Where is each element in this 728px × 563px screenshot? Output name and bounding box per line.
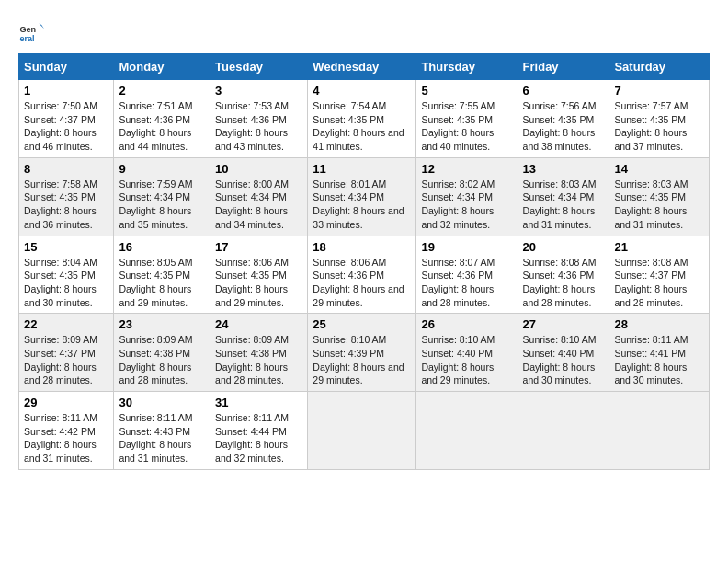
day-number: 7 [614,84,704,98]
cell-details: Sunrise: 8:06 AMSunset: 4:36 PMDaylight:… [313,257,404,308]
cell-details: Sunrise: 7:57 AMSunset: 4:35 PMDaylight:… [614,100,688,152]
calendar-cell: 16 Sunrise: 8:05 AMSunset: 4:35 PMDaylig… [114,236,210,314]
cell-details: Sunrise: 8:10 AMSunset: 4:39 PMDaylight:… [313,334,404,385]
day-number: 22 [24,317,108,331]
calendar-cell: 15 Sunrise: 8:04 AMSunset: 4:35 PMDaylig… [19,236,114,314]
day-number: 4 [313,84,411,98]
calendar-cell: 27 Sunrise: 8:10 AMSunset: 4:40 PMDaylig… [518,314,609,392]
day-number: 3 [215,84,302,98]
cell-details: Sunrise: 8:04 AMSunset: 4:35 PMDaylight:… [24,257,97,308]
logo-icon: Gen eral [18,18,44,44]
day-number: 10 [215,162,302,176]
calendar-cell: 5 Sunrise: 7:55 AMSunset: 4:35 PMDayligh… [416,80,518,158]
cell-details: Sunrise: 7:54 AMSunset: 4:35 PMDaylight:… [313,100,404,152]
calendar-cell: 25 Sunrise: 8:10 AMSunset: 4:39 PMDaylig… [308,314,416,392]
cell-details: Sunrise: 8:08 AMSunset: 4:37 PMDaylight:… [614,257,688,308]
day-of-week-header: Wednesday [308,54,416,80]
cell-details: Sunrise: 8:11 AMSunset: 4:44 PMDaylight:… [215,412,289,464]
day-number: 17 [215,240,302,254]
calendar-cell: 31 Sunrise: 8:11 AMSunset: 4:44 PMDaylig… [210,392,308,470]
day-number: 26 [421,317,512,331]
day-number: 30 [119,396,205,409]
cell-details: Sunrise: 7:51 AMSunset: 4:36 PMDaylight:… [119,100,192,152]
calendar-cell: 11 Sunrise: 8:01 AMSunset: 4:34 PMDaylig… [308,157,416,236]
cell-details: Sunrise: 8:11 AMSunset: 4:41 PMDaylight:… [614,334,688,385]
day-of-week-header: Monday [114,54,210,80]
cell-details: Sunrise: 7:53 AMSunset: 4:36 PMDaylight:… [215,100,289,152]
cell-details: Sunrise: 8:03 AMSunset: 4:35 PMDaylight:… [614,178,688,230]
day-number: 19 [421,240,512,254]
cell-details: Sunrise: 8:09 AMSunset: 4:37 PMDaylight:… [24,334,97,385]
day-number: 9 [119,162,205,176]
calendar-cell: 21 Sunrise: 8:08 AMSunset: 4:37 PMDaylig… [609,236,710,314]
day-number: 5 [421,84,512,98]
day-number: 14 [614,162,704,176]
day-number: 6 [523,84,605,98]
cell-details: Sunrise: 8:00 AMSunset: 4:34 PMDaylight:… [215,178,289,230]
calendar-cell: 14 Sunrise: 8:03 AMSunset: 4:35 PMDaylig… [609,157,710,236]
day-of-week-header: Saturday [609,54,710,80]
day-of-week-header: Sunday [19,54,114,80]
cell-details: Sunrise: 8:03 AMSunset: 4:34 PMDaylight:… [523,178,597,230]
calendar-cell: 26 Sunrise: 8:10 AMSunset: 4:40 PMDaylig… [416,314,518,392]
cell-details: Sunrise: 8:10 AMSunset: 4:40 PMDaylight:… [523,334,597,385]
day-number: 27 [523,317,605,331]
calendar-cell: 10 Sunrise: 8:00 AMSunset: 4:34 PMDaylig… [210,157,308,236]
day-number: 12 [421,162,512,176]
calendar-week-row: 8 Sunrise: 7:58 AMSunset: 4:35 PMDayligh… [19,157,710,236]
calendar-cell: 7 Sunrise: 7:57 AMSunset: 4:35 PMDayligh… [609,80,710,158]
calendar-cell: 2 Sunrise: 7:51 AMSunset: 4:36 PMDayligh… [114,80,210,158]
calendar-cell: 19 Sunrise: 8:07 AMSunset: 4:36 PMDaylig… [416,236,518,314]
day-number: 8 [24,162,108,176]
calendar-cell: 30 Sunrise: 8:11 AMSunset: 4:43 PMDaylig… [114,392,210,470]
calendar-header: SundayMondayTuesdayWednesdayThursdayFrid… [19,54,710,80]
cell-details: Sunrise: 7:58 AMSunset: 4:35 PMDaylight:… [24,178,97,230]
calendar-cell: 1 Sunrise: 7:50 AMSunset: 4:37 PMDayligh… [19,80,114,158]
svg-text:eral: eral [19,34,34,43]
calendar-week-row: 15 Sunrise: 8:04 AMSunset: 4:35 PMDaylig… [19,236,710,314]
calendar-week-row: 1 Sunrise: 7:50 AMSunset: 4:37 PMDayligh… [19,80,710,158]
day-of-week-header: Friday [518,54,609,80]
calendar-cell: 8 Sunrise: 7:58 AMSunset: 4:35 PMDayligh… [19,157,114,236]
cell-details: Sunrise: 8:01 AMSunset: 4:34 PMDaylight:… [313,178,404,230]
calendar-cell: 20 Sunrise: 8:08 AMSunset: 4:36 PMDaylig… [518,236,609,314]
calendar-cell: 13 Sunrise: 8:03 AMSunset: 4:34 PMDaylig… [518,157,609,236]
calendar-cell: 29 Sunrise: 8:11 AMSunset: 4:42 PMDaylig… [19,392,114,470]
calendar-cell [308,392,416,470]
day-number: 21 [614,240,704,254]
calendar-week-row: 29 Sunrise: 8:11 AMSunset: 4:42 PMDaylig… [19,392,710,470]
cell-details: Sunrise: 8:07 AMSunset: 4:36 PMDaylight:… [421,257,495,308]
svg-marker-2 [39,24,44,29]
calendar-cell [416,392,518,470]
cell-details: Sunrise: 7:50 AMSunset: 4:37 PMDaylight:… [24,100,97,152]
day-number: 16 [119,240,205,254]
cell-details: Sunrise: 7:55 AMSunset: 4:35 PMDaylight:… [421,100,495,152]
day-of-week-header: Thursday [416,54,518,80]
calendar-cell: 23 Sunrise: 8:09 AMSunset: 4:38 PMDaylig… [114,314,210,392]
calendar-cell: 28 Sunrise: 8:11 AMSunset: 4:41 PMDaylig… [609,314,710,392]
cell-details: Sunrise: 8:02 AMSunset: 4:34 PMDaylight:… [421,178,495,230]
calendar-cell: 3 Sunrise: 7:53 AMSunset: 4:36 PMDayligh… [210,80,308,158]
calendar-cell: 18 Sunrise: 8:06 AMSunset: 4:36 PMDaylig… [308,236,416,314]
day-number: 11 [313,162,411,176]
cell-details: Sunrise: 7:59 AMSunset: 4:34 PMDaylight:… [119,178,192,230]
day-number: 28 [614,317,704,331]
calendar-cell: 4 Sunrise: 7:54 AMSunset: 4:35 PMDayligh… [308,80,416,158]
calendar-cell: 22 Sunrise: 8:09 AMSunset: 4:37 PMDaylig… [19,314,114,392]
page-header: Gen eral [18,18,710,44]
days-of-week-row: SundayMondayTuesdayWednesdayThursdayFrid… [19,54,710,80]
logo: Gen eral [18,18,48,44]
day-of-week-header: Tuesday [210,54,308,80]
day-number: 31 [215,396,302,409]
day-number: 2 [119,84,205,98]
day-number: 25 [313,317,411,331]
cell-details: Sunrise: 8:06 AMSunset: 4:35 PMDaylight:… [215,257,289,308]
day-number: 13 [523,162,605,176]
day-number: 29 [24,396,108,409]
cell-details: Sunrise: 8:09 AMSunset: 4:38 PMDaylight:… [119,334,192,385]
calendar-cell: 24 Sunrise: 8:09 AMSunset: 4:38 PMDaylig… [210,314,308,392]
day-number: 23 [119,317,205,331]
day-number: 18 [313,240,411,254]
cell-details: Sunrise: 8:11 AMSunset: 4:42 PMDaylight:… [24,412,97,464]
calendar-cell [518,392,609,470]
